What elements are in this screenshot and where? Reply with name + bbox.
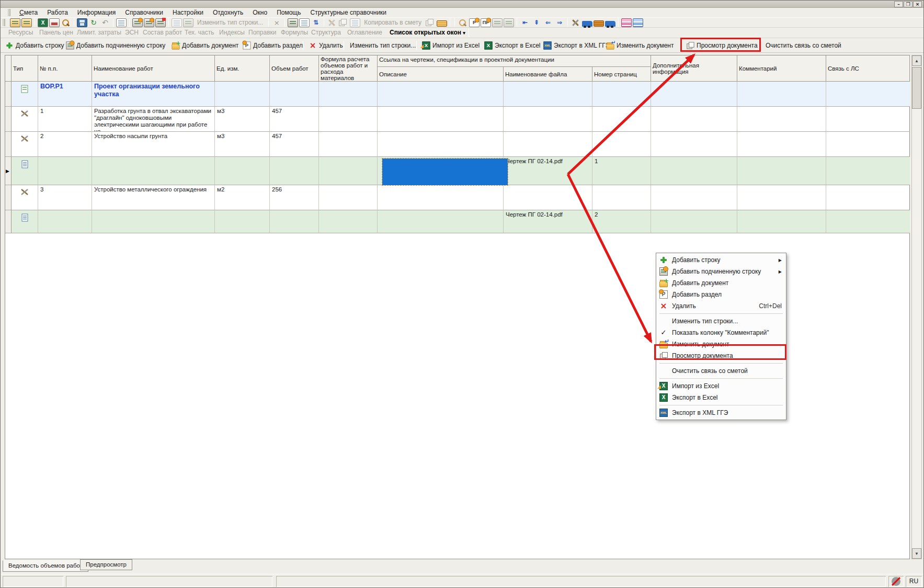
comment-cell[interactable] <box>737 185 826 210</box>
delete-disabled-icon[interactable]: × <box>271 18 282 27</box>
ctx-add-row[interactable]: Добавить строку▶ <box>656 254 786 266</box>
print-icon[interactable] <box>172 18 182 27</box>
indent-left-icon[interactable]: ⇐ <box>543 18 553 27</box>
estimate-link-cell[interactable] <box>826 185 910 210</box>
col-header-formula[interactable]: Формула расчета объемов работ и расхода … <box>319 55 378 82</box>
pdf-icon[interactable] <box>49 18 60 27</box>
export-xml-gge-button[interactable]: Экспорт в XML ГГЭ <box>541 40 612 51</box>
formula-cell[interactable] <box>319 157 378 185</box>
formula-cell[interactable] <box>319 107 378 132</box>
extra-cell[interactable] <box>651 107 737 132</box>
formula-cell[interactable] <box>319 185 378 210</box>
description-cell[interactable] <box>378 132 504 157</box>
pages-cell[interactable] <box>592 107 651 132</box>
estimate-link-cell[interactable] <box>826 82 910 107</box>
ctx-export-excel[interactable]: Экспорт в Excel <box>656 392 786 403</box>
tab-resursy[interactable]: Ресурсы <box>8 29 33 36</box>
volume-cell[interactable] <box>270 157 319 185</box>
clear-estimate-link-button[interactable]: Очистить связь со сметой <box>763 40 844 51</box>
unit-cell[interactable] <box>215 210 270 233</box>
tree-cut2-icon[interactable] <box>504 18 514 27</box>
type-cell[interactable] <box>12 157 38 185</box>
type-cell[interactable] <box>12 132 38 157</box>
extra-cell[interactable] <box>651 82 737 107</box>
num-cell[interactable]: 2 <box>38 132 92 157</box>
comment-cell[interactable] <box>737 157 826 185</box>
table-row[interactable]: 1 Разработка грунта в отвал экскаваторам… <box>5 107 910 132</box>
minimize-button[interactable]: – <box>894 1 903 7</box>
table-row[interactable]: Чертеж ПГ 02-14.pdf 2 <box>5 210 910 233</box>
refresh-icon[interactable]: ↻ <box>88 18 99 27</box>
col-group-header-links[interactable]: Ссылка на чертежи, спецификации в проект… <box>378 55 651 67</box>
language-indicator[interactable]: RU <box>906 576 922 587</box>
description-cell[interactable] <box>378 210 504 233</box>
tab-popravki[interactable]: Поправки <box>248 29 276 36</box>
num-cell[interactable] <box>38 210 92 233</box>
pages-cell[interactable] <box>592 132 651 157</box>
layers-pink-icon[interactable] <box>621 18 632 27</box>
volume-cell[interactable]: 256 <box>270 185 319 210</box>
ctx-clear-estimate-link[interactable]: Очистить связь со сметой <box>656 365 786 377</box>
pages-cell[interactable] <box>592 185 651 210</box>
scrollbar-thumb[interactable] <box>912 67 921 109</box>
change-row-type-button[interactable]: Изменить тип строки... <box>347 40 418 51</box>
add-row-button[interactable]: Добавить строку <box>3 40 67 51</box>
table-row[interactable]: ВОР.Р1 Проект организации земельного уча… <box>5 82 910 107</box>
col-header-num[interactable]: № п.п. <box>38 55 92 82</box>
extra-cell[interactable] <box>651 185 737 210</box>
col-header-pages[interactable]: Номер страниц <box>592 67 651 82</box>
pages-cell[interactable]: 1 <box>592 157 651 185</box>
menu-strukturnye-spravochniki[interactable]: Структурные справочники <box>305 8 391 17</box>
tab-indeksy[interactable]: Индексы <box>219 29 245 36</box>
description-cell[interactable] <box>378 107 504 132</box>
type-cell[interactable] <box>12 185 38 210</box>
tab-esn[interactable]: ЭСН <box>125 29 139 36</box>
num-cell[interactable]: 1 <box>38 107 92 132</box>
extra-cell[interactable] <box>651 132 737 157</box>
scroll-up-button[interactable]: ▲ <box>912 55 921 66</box>
toolbar-grip[interactable] <box>8 9 10 16</box>
comment-cell[interactable] <box>737 107 826 132</box>
ctx-export-xml-gge[interactable]: Экспорт в XML ГГЭ <box>656 407 786 419</box>
name-cell[interactable]: Устройство металлического ограждения <box>92 185 215 210</box>
view-document-button[interactable]: Просмотр документа <box>683 40 760 51</box>
menu-rabota[interactable]: Работа <box>42 8 73 17</box>
selected-description-cell[interactable] <box>382 159 508 185</box>
type-cell[interactable] <box>12 107 38 132</box>
indent-first-icon[interactable]: ⇤ <box>520 18 530 27</box>
formula-cell[interactable] <box>319 210 378 233</box>
formula-cell[interactable] <box>319 82 378 107</box>
tab-preview[interactable]: Предпросмотр <box>80 559 132 570</box>
menu-otdohnut[interactable]: Отдохнуть <box>208 8 248 17</box>
tools-icon[interactable] <box>571 18 581 27</box>
estimate-link-cell[interactable] <box>826 132 910 157</box>
file-cell[interactable] <box>504 82 592 107</box>
estimate-link-cell[interactable] <box>826 107 910 132</box>
abacus-icon[interactable] <box>288 18 298 27</box>
file-cell[interactable] <box>504 185 592 210</box>
copy-to-estimate-button[interactable]: Копировать в смету <box>361 19 425 26</box>
paste-bucket-icon[interactable] <box>437 20 447 27</box>
row-type-gear-icon[interactable] <box>132 18 143 27</box>
ctx-show-comment-column[interactable]: Показать колонку "Комментарий" <box>656 327 786 338</box>
name-cell[interactable]: Разработка грунта в отвал экскаваторами … <box>92 107 215 132</box>
unlock-icon[interactable] <box>116 18 127 27</box>
pages-cell[interactable] <box>592 82 651 107</box>
sort-icon[interactable]: ⇅ <box>311 18 321 27</box>
unit-cell[interactable] <box>215 82 270 107</box>
file-cell[interactable] <box>504 132 592 157</box>
toolbar-grip[interactable] <box>3 19 5 26</box>
truck-crane-icon[interactable] <box>605 21 615 27</box>
paste-icon[interactable] <box>350 18 360 27</box>
tab-formuly[interactable]: Формулы <box>281 29 308 36</box>
unit-cell[interactable] <box>215 157 270 185</box>
copy-icon[interactable] <box>338 18 349 27</box>
volume-cell[interactable]: 457 <box>270 107 319 132</box>
col-header-comment[interactable]: Комментарий <box>737 55 826 82</box>
section-p-icon[interactable]: Р <box>469 18 480 27</box>
save-icon[interactable] <box>77 18 87 27</box>
scroll-down-button[interactable]: ▼ <box>912 548 921 559</box>
change-row-type-disabled-button[interactable]: Изменить тип строки... <box>194 19 266 26</box>
unit-cell[interactable]: м3 <box>215 107 270 132</box>
file-cell[interactable] <box>504 107 592 132</box>
